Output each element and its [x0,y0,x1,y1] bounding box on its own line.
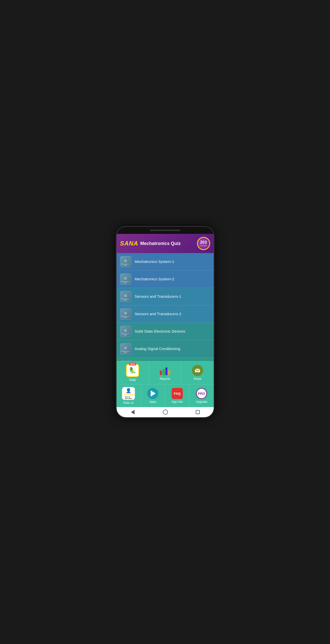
rate-label: Rate us [123,401,134,405]
list-item[interactable]: ⚙ MechatronicsQUIZ Sensors and Transduce… [117,288,214,305]
bar-red [160,370,162,375]
back-button[interactable] [130,410,135,415]
quiz-list: ⚙ MechatronicsQUIZ Mechatronics System-1… [117,253,214,361]
android-nav-bar [117,407,214,417]
quiz-name: Sensors and Transducers-2 [135,311,181,316]
app-info-nav-item[interactable]: FAQ App Info [165,384,189,407]
pro-text: PRO [198,392,205,395]
coins-label: COINS [200,244,207,247]
list-item[interactable]: ⚙ MechatronicsQUIZ Mechatronics System-2 [117,270,214,288]
app-title: Mechatronics Quiz [140,241,181,246]
notch [150,230,180,231]
reports-nav-item[interactable]: Reports [149,361,181,384]
quiz-name: Mechatronics System-1 [135,259,174,264]
list-item[interactable]: ⚙ MechatronicsQUIZ Mechatronics System-1 [117,253,214,270]
new-badge: NEW [129,363,136,365]
faq-icon: FAQ [172,388,183,399]
app-header: SANA Mechatronics Quiz 203 COINS [117,234,214,253]
bar-blue [165,367,167,375]
bottom-nav: NEW 🦜 Daily Reports [117,361,214,407]
quiz-icon: ⚙ MechatronicsQUIZ [120,326,131,337]
bird-icon: 🦜 [129,367,136,374]
header-title-group: SANA Mechatronics Quiz [120,240,181,247]
app-info-label: App Info [171,400,183,404]
share-nav-item[interactable]: Share [181,361,213,384]
share-icon [192,365,203,376]
quiz-name: Analog Signal Conditioning [135,346,180,351]
gear-icon: ⚙ [124,276,127,280]
rate-text: RATE USFIVE STARS [125,396,132,399]
coins-badge: 203 COINS [197,237,210,250]
recent-button[interactable] [196,410,200,414]
gear-icon: ⚙ [124,259,127,263]
bottom-nav-row-1: NEW 🦜 Daily Reports [117,361,214,384]
play-triangle-icon [151,390,156,397]
reports-icon [159,365,170,376]
quiz-name: Sensors and Transducers-1 [135,294,181,299]
apps-label: Apps [149,400,156,404]
gear-icon: ⚙ [124,294,127,298]
gear-icon: ⚙ [124,329,127,333]
bar-orange [168,370,170,375]
quiz-icon: ⚙ MechatronicsQUIZ [120,343,131,354]
gear-icon: ⚙ [124,311,127,315]
gear-icon: ⚙ [124,346,127,350]
list-item[interactable]: ⚙ MechatronicsQUIZ Sensors and Transduce… [117,305,214,323]
sana-logo: SANA [120,240,138,247]
apps-nav-item[interactable]: Apps [141,384,165,407]
rate-icon: 👤 ★ ★ ★ ★ ★ RATE USFIVE STARS [122,387,135,400]
daily-nav-item[interactable]: NEW 🦜 Daily [117,361,149,384]
daily-label: Daily [129,378,136,382]
pro-icon: PRO [196,388,207,399]
bar-green [163,369,165,375]
quiz-icon: ⚙ MechatronicsQUIZ [120,256,131,267]
list-item[interactable]: ⚙ MechatronicsQUIZ Solid State Electroni… [117,323,214,340]
coins-number: 203 [200,240,207,244]
quiz-name: Mechatronics System-2 [135,277,174,282]
quiz-icon: ⚙ MechatronicsQUIZ [120,308,131,319]
list-item[interactable]: ⚙ MechatronicsQUIZ Hydraulic and Pneumat… [117,358,214,361]
quiz-icon: ⚙ MechatronicsQUIZ [120,291,131,302]
upgrade-nav-item[interactable]: PRO Upgrade [189,384,213,407]
daily-icon: NEW 🦜 [126,364,139,377]
reports-label: Reports [160,377,170,381]
quiz-icon: ⚙ MechatronicsQUIZ [120,274,131,285]
person-icon: 👤 [126,388,131,393]
back-triangle-icon [131,410,135,414]
bar-chart [160,366,170,375]
star-row: ★ ★ ★ ★ ★ [124,393,134,396]
upgrade-label: Upgrade [196,400,207,404]
rate-us-nav-item[interactable]: 👤 ★ ★ ★ ★ ★ RATE USFIVE STARS Rate us [117,384,141,407]
bottom-nav-row-2: 👤 ★ ★ ★ ★ ★ RATE USFIVE STARS Rate us [117,384,214,407]
home-button[interactable] [163,410,168,415]
phone-frame: SANA Mechatronics Quiz 203 COINS ⚙ Mecha… [116,226,214,418]
status-bar [117,227,214,234]
apps-icon [147,388,158,399]
faq-text: FAQ [174,392,181,395]
envelope-icon [194,367,201,374]
quiz-name: Solid State Electronic Devices [135,329,185,334]
app-container: SANA Mechatronics Quiz 203 COINS ⚙ Mecha… [117,234,214,417]
list-item[interactable]: ⚙ MechatronicsQUIZ Analog Signal Conditi… [117,340,214,358]
share-label: Share [193,377,202,381]
